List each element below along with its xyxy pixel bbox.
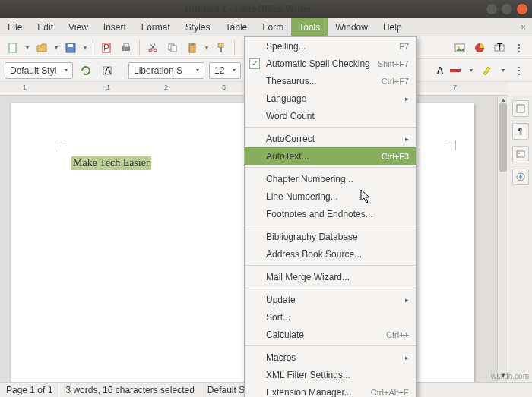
menu-item-footnotes-and-endnotes[interactable]: Footnotes and Endnotes... bbox=[245, 205, 416, 222]
font-name-combo[interactable]: Liberation S▾ bbox=[128, 62, 204, 79]
status-words[interactable]: 3 words, 16 characters selected bbox=[59, 383, 201, 397]
menu-styles[interactable]: Styles bbox=[178, 18, 218, 36]
dropdown-arrow-icon[interactable]: ▾ bbox=[53, 39, 59, 56]
menu-format[interactable]: Format bbox=[134, 18, 178, 36]
new-doc-button[interactable] bbox=[5, 39, 21, 56]
menu-file[interactable]: File bbox=[0, 18, 30, 36]
submenu-arrow-icon: ▸ bbox=[405, 135, 409, 143]
save-button[interactable] bbox=[62, 39, 79, 56]
svg-rect-0 bbox=[9, 43, 16, 52]
tools-menu-popup: Spelling...F7✓Automatic Spell CheckingSh… bbox=[244, 36, 417, 397]
menu-help[interactable]: Help bbox=[375, 18, 410, 36]
menu-item-address-book-source[interactable]: Address Book Source... bbox=[245, 245, 416, 263]
menu-item-spelling[interactable]: Spelling...F7 bbox=[245, 37, 416, 55]
menu-item-label: XML Filter Settings... bbox=[266, 370, 409, 380]
chart-button[interactable] bbox=[471, 39, 488, 56]
menu-item-calculate[interactable]: CalculateCtrl++ bbox=[245, 326, 416, 343]
menu-item-thesaurus[interactable]: Thesaurus...Ctrl+F7 bbox=[245, 72, 416, 90]
menu-item-autotext[interactable]: AutoText...Ctrl+F3 bbox=[245, 147, 416, 165]
menu-item-automatic-spell-checking[interactable]: ✓Automatic Spell CheckingShift+F7 bbox=[245, 55, 416, 72]
menu-insert[interactable]: Insert bbox=[96, 18, 134, 36]
menu-item-sort[interactable]: Sort... bbox=[245, 308, 416, 326]
submenu-arrow-icon: ▸ bbox=[405, 296, 409, 304]
dropdown-arrow-icon[interactable]: ▾ bbox=[204, 39, 210, 56]
dropdown-arrow-icon[interactable]: ▾ bbox=[468, 62, 474, 79]
menu-item-line-numbering[interactable]: Line Numbering... bbox=[245, 187, 416, 205]
image-button[interactable] bbox=[451, 39, 468, 56]
svg-rect-23 bbox=[517, 151, 524, 157]
menu-separator bbox=[245, 167, 416, 168]
more-button[interactable]: ⋮ bbox=[511, 39, 527, 56]
menu-item-update[interactable]: Update▸ bbox=[245, 291, 416, 308]
dropdown-arrow-icon[interactable]: ▾ bbox=[82, 39, 88, 56]
highlight-button[interactable] bbox=[479, 62, 496, 79]
more-format-button[interactable]: ⋮ bbox=[511, 62, 527, 79]
svg-rect-14 bbox=[220, 47, 222, 52]
cut-button[interactable] bbox=[144, 39, 161, 56]
gallery-panel-button[interactable] bbox=[512, 146, 529, 162]
textbox-button[interactable]: T bbox=[491, 39, 508, 56]
svg-text:A: A bbox=[105, 65, 111, 76]
menu-item-extension-manager[interactable]: Extension Manager...Ctrl+Alt+E bbox=[245, 383, 416, 397]
minimize-button[interactable] bbox=[486, 4, 497, 14]
menu-item-label: Line Numbering... bbox=[266, 191, 409, 202]
window-title: Untitled 1 - LibreOffice Writer bbox=[15, 4, 482, 14]
dropdown-arrow-icon[interactable]: ▾ bbox=[500, 62, 506, 79]
menu-form[interactable]: Form bbox=[255, 18, 291, 36]
close-doc-icon[interactable]: × bbox=[515, 18, 532, 36]
dropdown-arrow-icon[interactable]: ▾ bbox=[24, 39, 30, 56]
menu-shortcut: Shift+F7 bbox=[378, 59, 409, 68]
menu-tools[interactable]: Tools bbox=[291, 18, 328, 36]
paste-button[interactable] bbox=[184, 39, 201, 56]
menu-item-label: Word Count bbox=[266, 111, 409, 121]
font-size-combo[interactable]: 12▾ bbox=[209, 62, 241, 79]
navigator-panel-button[interactable] bbox=[512, 169, 529, 185]
font-color-button[interactable]: A bbox=[432, 62, 448, 79]
open-button[interactable] bbox=[33, 39, 50, 56]
menu-window[interactable]: Window bbox=[328, 18, 375, 36]
scroll-thumb[interactable] bbox=[499, 103, 507, 172]
menu-shortcut: Ctrl++ bbox=[386, 330, 409, 339]
menu-table[interactable]: Table bbox=[218, 18, 255, 36]
menu-item-label: AutoCorrect bbox=[266, 134, 401, 144]
menu-item-chapter-numbering[interactable]: Chapter Numbering... bbox=[245, 170, 416, 187]
menu-item-label: Bibliography Database bbox=[266, 232, 409, 242]
clone-format-button[interactable] bbox=[213, 39, 230, 56]
update-style-button[interactable] bbox=[78, 62, 94, 79]
status-page[interactable]: Page 1 of 1 bbox=[0, 383, 59, 397]
vertical-scrollbar[interactable]: ▴ ▾ bbox=[497, 96, 508, 382]
menu-separator bbox=[245, 127, 416, 128]
menu-shortcut: Ctrl+F3 bbox=[382, 152, 409, 161]
menu-item-bibliography-database[interactable]: Bibliography Database bbox=[245, 228, 416, 245]
maximize-button[interactable] bbox=[502, 4, 512, 14]
menu-item-label: Update bbox=[266, 295, 401, 305]
print-button[interactable] bbox=[118, 39, 135, 56]
menu-item-language[interactable]: Language▸ bbox=[245, 90, 416, 107]
selected-text[interactable]: Make Tech Easier bbox=[71, 156, 151, 170]
ruler-mark: 7 bbox=[453, 83, 457, 91]
menu-item-xml-filter-settings[interactable]: XML Filter Settings... bbox=[245, 366, 416, 383]
menu-view[interactable]: View bbox=[61, 18, 96, 36]
close-button[interactable] bbox=[517, 4, 527, 14]
new-style-button[interactable]: A bbox=[99, 62, 116, 79]
paragraph-style-value: Default Styl bbox=[10, 65, 56, 76]
menu-edit[interactable]: Edit bbox=[30, 18, 61, 36]
copy-button[interactable] bbox=[164, 39, 181, 56]
export-pdf-button[interactable]: P bbox=[98, 39, 115, 56]
menu-item-label: Thesaurus... bbox=[266, 76, 382, 87]
svg-rect-2 bbox=[68, 44, 73, 47]
menubar: FileEditViewInsertFormatStylesTableFormT… bbox=[0, 18, 532, 36]
paragraph-style-combo[interactable]: Default Styl▾ bbox=[5, 62, 73, 79]
menu-item-label: Extension Manager... bbox=[266, 387, 371, 398]
menu-item-autocorrect[interactable]: AutoCorrect▸ bbox=[245, 130, 416, 147]
svg-rect-22 bbox=[517, 105, 524, 112]
menu-shortcut: Ctrl+F7 bbox=[382, 77, 409, 86]
menu-item-macros[interactable]: Macros▸ bbox=[245, 348, 416, 366]
styles-panel-button[interactable]: ¶ bbox=[512, 123, 529, 140]
menu-item-label: Chapter Numbering... bbox=[266, 174, 409, 184]
properties-panel-button[interactable] bbox=[512, 100, 529, 117]
menu-item-mail-merge-wizard[interactable]: Mail Merge Wizard... bbox=[245, 268, 416, 285]
menu-shortcut: F7 bbox=[399, 42, 409, 51]
menu-item-word-count[interactable]: Word Count bbox=[245, 107, 416, 124]
menu-item-label: Language bbox=[266, 93, 401, 104]
